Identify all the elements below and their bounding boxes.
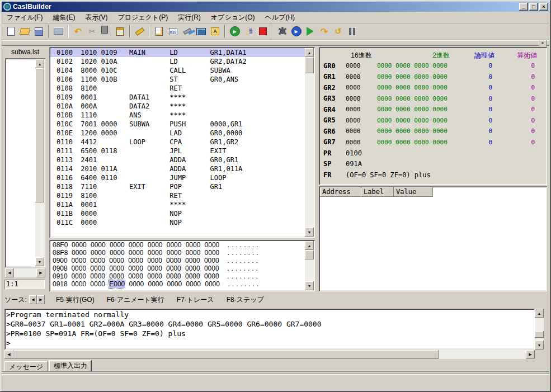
- scroll-thumb[interactable]: [13, 350, 439, 359]
- memory-word[interactable]: 0000: [148, 241, 163, 249]
- memory-word[interactable]: 0000: [109, 272, 124, 280]
- memory-word[interactable]: 0000: [128, 257, 143, 265]
- scroll-up-icon[interactable]: ▲: [35, 59, 44, 68]
- memory-row[interactable]: 08F0 0000 0000 0000 0000 0000 0000 0000 …: [50, 241, 305, 249]
- listing-row[interactable]: 0114 2010 011A ADDA GR1,011A: [50, 164, 305, 173]
- memory-word[interactable]: 0000: [109, 265, 124, 272]
- memory-word[interactable]: 0000: [205, 280, 220, 288]
- reference-button[interactable]: [208, 25, 222, 38]
- listing-row[interactable]: 010A 000A DATA2 ****: [50, 102, 305, 111]
- run-continue-button[interactable]: [289, 25, 303, 38]
- scroll-left-icon[interactable]: ◀: [5, 268, 14, 277]
- new-file-button[interactable]: [4, 25, 18, 38]
- listing-row[interactable]: 011B 0000 NOP: [50, 209, 305, 218]
- minimize-button[interactable]: _: [519, 3, 528, 11]
- open-file-button[interactable]: [18, 25, 32, 38]
- memory-word[interactable]: 0000: [129, 249, 144, 257]
- listing-row[interactable]: 0113 2401 ADDA GR0,GR1: [50, 155, 305, 164]
- scroll-up-icon[interactable]: ▲: [305, 48, 314, 57]
- tab-messages[interactable]: メッセージ: [4, 361, 48, 371]
- pause-button[interactable]: [345, 25, 359, 38]
- memory-word[interactable]: 0000: [204, 265, 219, 272]
- scroll-down-icon[interactable]: ▼: [305, 281, 314, 290]
- memory-word[interactable]: 0000: [71, 280, 86, 288]
- listing-row[interactable]: 0110 4412 LOOP CPA GR1,GR2: [50, 138, 305, 147]
- tab-stdio[interactable]: 標準入出力: [49, 360, 92, 371]
- copy-button[interactable]: [99, 25, 113, 38]
- undo-button[interactable]: [71, 25, 85, 38]
- listing-row[interactable]: 011A 0001 ****: [50, 200, 305, 209]
- listing-row[interactable]: 0116 6400 0110 JUMP LOOP: [50, 173, 305, 182]
- watch-column-value[interactable]: Value: [394, 187, 433, 197]
- scroll-left-icon[interactable]: ◀: [4, 350, 13, 359]
- memory-word[interactable]: 0000: [205, 249, 220, 257]
- menu-project[interactable]: プロジェクト(P): [112, 12, 173, 24]
- menu-view[interactable]: 表示(V): [80, 12, 112, 24]
- console-panel[interactable]: >Program terminated normally>GR0=0037 GR…: [4, 309, 535, 350]
- memory-word[interactable]: 0000: [147, 265, 162, 272]
- memory-word[interactable]: 0000: [186, 241, 201, 249]
- scroll-down-icon[interactable]: ▼: [305, 228, 314, 237]
- memory-view[interactable]: 08F0 0000 0000 0000 0000 0000 0000 0000 …: [50, 241, 305, 290]
- listing-row[interactable]: 010C 7001 0000 SUBWA PUSH 0000,GR1: [50, 120, 305, 129]
- memory-word[interactable]: 0000: [91, 241, 106, 249]
- listing-vscrollbar[interactable]: ▲▼: [305, 48, 314, 237]
- debug-button[interactable]: [275, 25, 289, 38]
- listing-row[interactable]: 0118 7110 EXIT POP GR1: [50, 182, 305, 191]
- format-brush-button[interactable]: [133, 25, 147, 38]
- console-hscrollbar[interactable]: ◀▶: [4, 350, 535, 359]
- print-button[interactable]: [51, 25, 65, 38]
- memory-vscrollbar[interactable]: ▲▼: [305, 241, 314, 290]
- scroll-up-icon[interactable]: ▲: [535, 309, 544, 318]
- memory-word[interactable]: 0000: [110, 241, 125, 249]
- stop-button[interactable]: [256, 25, 270, 38]
- memory-word[interactable]: 0000: [109, 257, 124, 265]
- scroll-right-icon[interactable]: ▶: [36, 268, 45, 277]
- memory-word[interactable]: 0000: [166, 257, 181, 265]
- step-into-button[interactable]: [242, 25, 256, 38]
- listing-row[interactable]: 010E 1200 0000 LAD GR0,0000: [50, 129, 305, 138]
- paste-button[interactable]: [113, 25, 127, 38]
- memory-word[interactable]: 0000: [185, 265, 200, 272]
- listing-row[interactable]: 0109 0001 DATA1 ****: [50, 93, 305, 102]
- fkey-label-6[interactable]: F6-アニメート実行: [107, 295, 164, 305]
- assemble-button[interactable]: [166, 25, 180, 38]
- memory-word[interactable]: 0000: [166, 272, 181, 280]
- scroll-right-icon[interactable]: ▶: [526, 350, 535, 359]
- build-button[interactable]: [180, 25, 194, 38]
- memory-word[interactable]: 0000: [186, 280, 201, 288]
- scroll-down-icon[interactable]: ▼: [35, 257, 44, 266]
- memory-word[interactable]: 0000: [167, 241, 182, 249]
- go-button[interactable]: [303, 25, 317, 38]
- memory-word[interactable]: 0000: [128, 265, 143, 272]
- memory-row[interactable]: 0908 0000 0000 0000 0000 0000 0000 0000 …: [50, 265, 305, 272]
- run-button[interactable]: [228, 25, 242, 38]
- memory-word[interactable]: 0000: [129, 241, 144, 249]
- title-bar[interactable]: CaslBuilder _ □ ×: [2, 2, 549, 12]
- memory-word[interactable]: 0000: [90, 280, 105, 288]
- source-prev-button[interactable]: ◀: [29, 295, 37, 304]
- memory-word[interactable]: 0000: [166, 265, 181, 272]
- memory-word[interactable]: 0000: [147, 272, 162, 280]
- scroll-thumb[interactable]: [35, 68, 44, 202]
- scroll-thumb[interactable]: [535, 331, 544, 338]
- listing-row[interactable]: 0102 1020 010A LD GR2,DATA2: [50, 57, 305, 66]
- listing-row[interactable]: 0100 1010 0109 MAIN LD GR1,DATA1: [50, 48, 305, 57]
- source-next-button[interactable]: ▶: [37, 295, 45, 304]
- menu-run[interactable]: 実行(R): [173, 12, 206, 24]
- console-window-button[interactable]: [194, 25, 208, 38]
- memory-word[interactable]: 0000: [91, 249, 106, 257]
- listing-view[interactable]: 0100 1010 0109 MAIN LD GR1,DATA10102 102…: [50, 48, 305, 237]
- memory-row[interactable]: 0918 0000 0000 E000 0000 0000 0000 0000 …: [50, 280, 305, 288]
- memory-row[interactable]: 08F8 0000 0000 0000 0000 0000 0000 0000 …: [50, 249, 305, 257]
- memory-word[interactable]: 0000: [128, 272, 143, 280]
- listing-row[interactable]: 0119 8100 RET: [50, 191, 305, 200]
- memory-word[interactable]: 0000: [186, 249, 201, 257]
- memory-word[interactable]: 0000: [185, 257, 200, 265]
- scroll-up-icon[interactable]: ▲: [305, 241, 314, 250]
- memory-word[interactable]: 0000: [167, 249, 182, 257]
- filelist-hscrollbar[interactable]: ◀▶: [5, 268, 45, 277]
- maximize-button[interactable]: □: [529, 3, 538, 11]
- memory-word[interactable]: 0000: [185, 272, 200, 280]
- memory-word[interactable]: 0000: [204, 272, 219, 280]
